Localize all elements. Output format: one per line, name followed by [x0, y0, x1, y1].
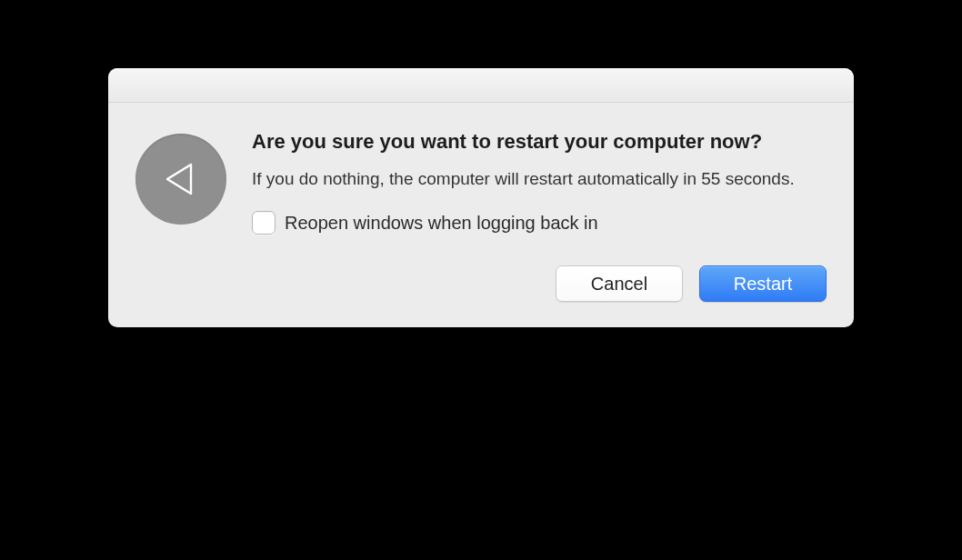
dialog-content: Are you sure you want to restart your co… [108, 103, 854, 249]
reopen-windows-row: Reopen windows when logging back in [252, 211, 827, 235]
cancel-button[interactable]: Cancel [556, 265, 683, 302]
restart-button[interactable]: Restart [699, 265, 827, 302]
restart-confirmation-dialog: Are you sure you want to restart your co… [108, 68, 854, 327]
reopen-windows-checkbox[interactable] [252, 211, 276, 235]
dialog-message: If you do nothing, the computer will res… [252, 166, 827, 192]
dialog-titlebar [108, 68, 854, 103]
svg-marker-0 [167, 165, 191, 194]
restart-triangle-icon [135, 134, 226, 225]
dialog-text-column: Are you sure you want to restart your co… [252, 128, 827, 240]
dialog-button-row: Cancel Restart [108, 249, 854, 327]
dialog-icon-column [135, 128, 226, 240]
dialog-title: Are you sure you want to restart your co… [252, 128, 827, 155]
reopen-windows-label[interactable]: Reopen windows when logging back in [285, 213, 598, 234]
